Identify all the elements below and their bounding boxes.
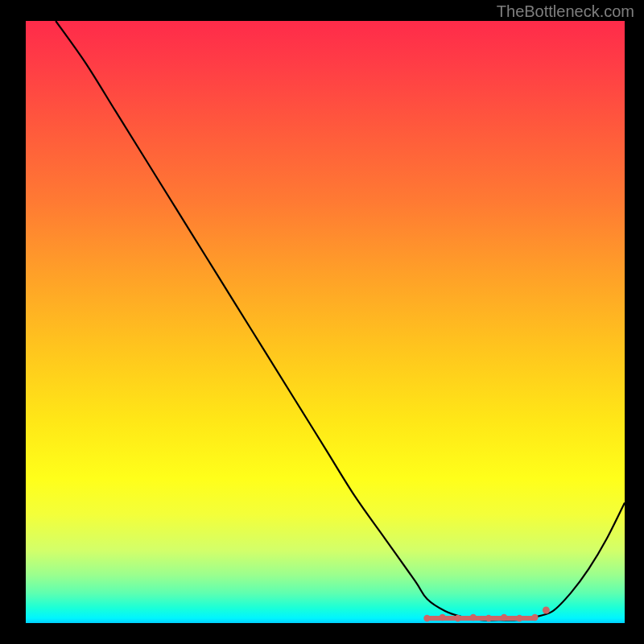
bottleneck-curve <box>56 21 625 621</box>
chart-svg <box>26 21 625 623</box>
optimal-range-dot <box>501 614 507 621</box>
optimal-range-dot <box>485 615 492 621</box>
watermark-text: TheBottleneck.com <box>497 2 634 21</box>
optimal-range-dot <box>470 614 477 621</box>
optimal-range-dot <box>531 614 538 621</box>
optimal-range-end-dot <box>543 607 550 614</box>
optimal-range-dot <box>423 615 430 621</box>
optimal-range-dot <box>516 615 522 621</box>
optimal-range-dot <box>455 615 461 621</box>
optimal-range-dot <box>439 614 445 621</box>
chart-plot-area <box>26 21 625 623</box>
